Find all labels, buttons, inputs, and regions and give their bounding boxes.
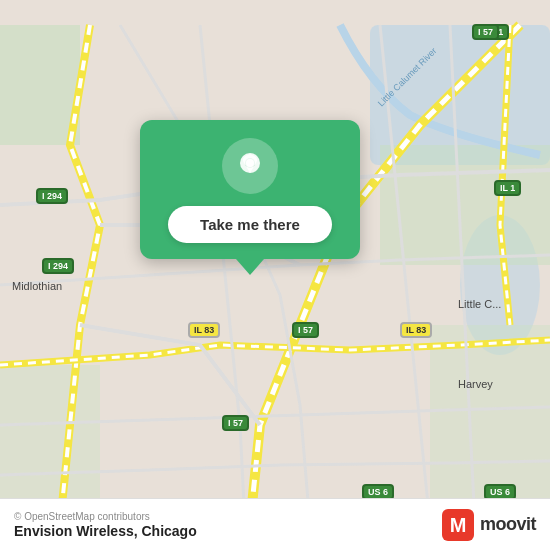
road-badge-il1-mid: IL 1: [494, 180, 521, 196]
road-badge-i57-top: I 57: [472, 24, 499, 40]
svg-rect-3: [380, 145, 550, 265]
road-badge-il83-right: IL 83: [400, 322, 432, 338]
road-badge-i57-bottom: I 57: [222, 415, 249, 431]
place-label-little-cal: Little C...: [458, 298, 501, 310]
svg-point-8: [246, 159, 254, 167]
place-label-midlothian: Midlothian: [12, 280, 62, 292]
road-badge-il83-mid: IL 83: [188, 322, 220, 338]
moovit-logo: M moovit: [442, 509, 536, 541]
svg-text:M: M: [450, 514, 467, 536]
road-badge-i294-mid: I 294: [42, 258, 74, 274]
location-name: Envision Wireless, Chicago: [14, 523, 197, 539]
road-badge-i57-mid: I 57: [292, 322, 319, 338]
svg-rect-0: [370, 25, 550, 165]
location-icon-wrapper: [222, 138, 278, 194]
moovit-text: moovit: [480, 514, 536, 535]
bottom-left: © OpenStreetMap contributors Envision Wi…: [14, 511, 197, 539]
take-me-there-button[interactable]: Take me there: [168, 206, 332, 243]
attribution-text: © OpenStreetMap contributors: [14, 511, 197, 522]
location-pin-icon: [234, 150, 266, 182]
bottom-bar: © OpenStreetMap contributors Envision Wi…: [0, 498, 550, 550]
map-container: I 294 I 294 IL 83 IL 83 I 57 I 57 IL 1 I…: [0, 0, 550, 550]
map-roads: [0, 0, 550, 550]
popup-card: Take me there: [140, 120, 360, 259]
moovit-icon: M: [442, 509, 474, 541]
svg-rect-2: [0, 25, 80, 145]
place-label-harvey: Harvey: [458, 378, 493, 390]
road-badge-i294-top: I 294: [36, 188, 68, 204]
